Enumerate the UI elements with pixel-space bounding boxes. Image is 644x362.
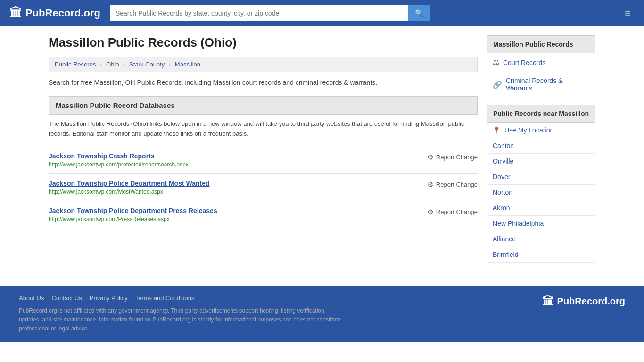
footer-logo-icon: 🏛 — [542, 295, 553, 308]
db-entry: Jackson Township Crash Reports http://ww… — [49, 147, 478, 174]
sidebar-criminal-records[interactable]: 🔗 Criminal Records & Warrants — [487, 72, 595, 97]
nearby-title: Public Records near Massillon — [487, 105, 595, 123]
footer-terms[interactable]: Terms and Conditions — [135, 295, 195, 302]
orrville-label: Orrville — [493, 157, 513, 165]
footer-links: About Us Contact Us Privacy Policy Terms… — [19, 295, 349, 302]
search-button[interactable]: 🔍 — [408, 5, 430, 21]
sidebar-records-title: Massillon Public Records — [487, 35, 595, 53]
scales-icon: ⚖ — [493, 58, 499, 67]
report-icon: ⚙ — [427, 208, 433, 216]
databases-description: The Massillon Public Records (Ohio) link… — [49, 119, 478, 139]
sidebar: Massillon Public Records ⚖ Court Records… — [487, 35, 595, 263]
databases-header: Massillon Public Record Databases — [49, 96, 478, 115]
main-content: Massillon Public Records (Ohio) Public R… — [49, 35, 478, 263]
nearby-akron[interactable]: Akron — [487, 200, 595, 216]
breadcrumb-sep-3: › — [169, 61, 171, 68]
db-url[interactable]: http://www.jacksontwp.com/MostWanted.asp… — [49, 189, 418, 195]
page-description: Search for free Massillon, OH Public Rec… — [49, 78, 478, 88]
page-title: Massillon Public Records (Ohio) — [49, 35, 478, 50]
logo-text: PubRecord.org — [25, 7, 100, 19]
footer-left: About Us Contact Us Privacy Policy Terms… — [19, 295, 349, 334]
sidebar-court-records[interactable]: ⚖ Court Records — [487, 53, 595, 72]
nearby-norton[interactable]: Norton — [487, 185, 595, 200]
akron-label: Akron — [493, 204, 510, 212]
content-wrapper: Massillon Public Records (Ohio) Public R… — [39, 26, 605, 272]
site-logo[interactable]: 🏛 PubRecord.org — [9, 6, 100, 20]
dover-label: Dover — [493, 173, 510, 181]
norton-label: Norton — [493, 189, 512, 196]
report-change-label: Report Change — [436, 154, 478, 161]
header: 🏛 PubRecord.org 🔍 ≡ — [0, 0, 644, 26]
nearby-orrville[interactable]: Orrville — [487, 154, 595, 169]
nearby-canton[interactable]: Canton — [487, 138, 595, 154]
report-change-label: Report Change — [436, 208, 478, 215]
db-info: Jackson Township Police Department Most … — [49, 180, 418, 195]
footer-privacy[interactable]: Privacy Policy — [90, 295, 128, 302]
report-change-button[interactable]: ⚙ Report Change — [427, 153, 478, 162]
db-info: Jackson Township Police Department Press… — [49, 207, 418, 222]
breadcrumb-massillon[interactable]: Massillon — [175, 61, 200, 68]
criminal-records-label: Criminal Records & Warrants — [506, 77, 590, 92]
db-info: Jackson Township Crash Reports http://ww… — [49, 152, 418, 168]
nearby-alliance[interactable]: Alliance — [487, 231, 595, 247]
footer: About Us Contact Us Privacy Policy Terms… — [0, 286, 644, 342]
db-title[interactable]: Jackson Township Police Department Press… — [49, 207, 418, 214]
db-url[interactable]: http://www.jacksontwp.com/PressReleases.… — [49, 216, 418, 222]
court-records-label: Court Records — [503, 59, 545, 66]
report-icon: ⚙ — [427, 153, 433, 162]
breadcrumb: Public Records › Ohio › Stark County › M… — [49, 57, 478, 72]
breadcrumb-stark-county[interactable]: Stark County — [129, 61, 165, 68]
canton-label: Canton — [493, 142, 514, 149]
nearby-new-philadelphia[interactable]: New Philadelphia — [487, 216, 595, 231]
search-input[interactable] — [110, 5, 408, 21]
nearby-use-location[interactable]: 📍 Use My Location — [487, 123, 595, 138]
report-icon: ⚙ — [427, 181, 433, 189]
footer-logo-text: PubRecord.org — [557, 296, 625, 307]
use-my-location-label: Use My Location — [504, 126, 553, 134]
footer-disclaimer: PubRecord.org is not affiliated with any… — [19, 306, 349, 334]
report-change-button[interactable]: ⚙ Report Change — [427, 181, 478, 189]
search-icon: 🔍 — [414, 9, 424, 17]
alliance-label: Alliance — [493, 235, 516, 243]
db-title[interactable]: Jackson Township Police Department Most … — [49, 180, 418, 187]
menu-button[interactable]: ≡ — [621, 5, 635, 21]
db-url[interactable]: http://www.jacksontwp.com/protected/repo… — [49, 161, 418, 168]
key-icon: 🔗 — [493, 80, 502, 89]
new-philadelphia-label: New Philadelphia — [493, 220, 544, 227]
search-bar: 🔍 — [110, 5, 430, 21]
nearby-dover[interactable]: Dover — [487, 169, 595, 185]
db-entry: Jackson Township Police Department Press… — [49, 201, 478, 228]
nearby-brimfield[interactable]: Brimfield — [487, 247, 595, 263]
breadcrumb-sep-1: › — [100, 61, 102, 68]
brimfield-label: Brimfield — [493, 251, 518, 258]
footer-logo: 🏛 PubRecord.org — [542, 295, 625, 308]
footer-about[interactable]: About Us — [19, 295, 44, 302]
report-change-label: Report Change — [436, 181, 478, 188]
logo-icon: 🏛 — [9, 6, 22, 20]
report-change-button[interactable]: ⚙ Report Change — [427, 208, 478, 216]
breadcrumb-public-records[interactable]: Public Records — [55, 61, 96, 68]
footer-contact[interactable]: Contact Us — [51, 295, 82, 302]
location-icon: 📍 — [493, 126, 501, 134]
breadcrumb-sep-2: › — [123, 61, 125, 68]
db-title[interactable]: Jackson Township Crash Reports — [49, 152, 418, 160]
db-entry: Jackson Township Police Department Most … — [49, 174, 478, 201]
breadcrumb-ohio[interactable]: Ohio — [106, 61, 119, 68]
